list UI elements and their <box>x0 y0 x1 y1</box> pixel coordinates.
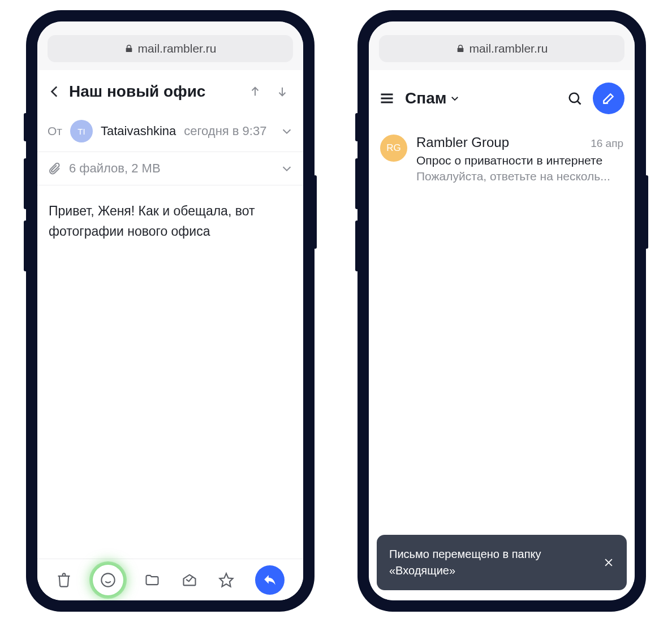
phone-frame-left: mail.rambler.ru Наш новый офис От TI Tat… <box>27 11 313 611</box>
reply-icon <box>262 573 277 587</box>
mail-preview: Пожалуйста, ответьте на несколь... <box>416 170 623 183</box>
email-body: Привет, Женя! Как и обещала, вот фотогра… <box>37 185 303 257</box>
attachments-row[interactable]: 6 файлов, 2 MB <box>37 152 303 185</box>
browser-chrome: mail.rambler.ru <box>369 21 635 70</box>
phone-frame-right: mail.rambler.ru Спам RG Ra <box>359 11 645 611</box>
reaction-button[interactable] <box>93 565 123 595</box>
folder-header: Спам <box>369 70 635 124</box>
svg-point-9 <box>570 93 579 102</box>
prev-email-button[interactable] <box>249 85 261 98</box>
back-button[interactable] <box>48 84 62 99</box>
mail-list-item[interactable]: RG Rambler Group 16 апр Опрос о приватно… <box>369 124 635 191</box>
folder-name: Спам <box>405 89 446 107</box>
folder-selector[interactable]: Спам <box>405 89 460 107</box>
browser-chrome: mail.rambler.ru <box>37 21 303 70</box>
screen-left: mail.rambler.ru Наш новый офис От TI Tat… <box>37 21 303 600</box>
pencil-icon <box>601 91 616 106</box>
from-label: От <box>48 124 62 138</box>
screen-right: mail.rambler.ru Спам RG Ra <box>369 21 635 600</box>
svg-marker-5 <box>219 573 232 586</box>
email-subject: Наш новый офис <box>69 83 242 101</box>
chevron-down-icon[interactable] <box>281 162 293 175</box>
reply-button[interactable] <box>255 565 285 595</box>
svg-point-2 <box>101 573 114 586</box>
toast-notification: Письмо перемещено в папку «Входящие» <box>377 535 627 590</box>
mail-date: 16 апр <box>591 137 623 150</box>
url-text: mail.rambler.ru <box>138 42 217 55</box>
move-to-folder-button[interactable] <box>144 572 160 588</box>
svg-line-10 <box>578 101 580 104</box>
delete-button[interactable] <box>56 572 72 588</box>
mail-avatar: RG <box>380 135 407 162</box>
toast-close-button[interactable] <box>603 557 614 568</box>
mail-sender: Rambler Group <box>416 135 509 150</box>
sender-row[interactable]: От TI Tataivashkina сегодня в 9:37 <box>37 111 303 152</box>
chevron-down-icon[interactable] <box>281 125 293 137</box>
address-bar[interactable]: mail.rambler.ru <box>379 35 624 62</box>
lock-icon <box>456 44 465 53</box>
sender-time: сегодня в 9:37 <box>184 124 266 139</box>
paperclip-icon <box>48 162 61 175</box>
attachments-text: 6 файлов, 2 MB <box>69 161 273 176</box>
mail-subject: Опрос о приватности в интернете <box>416 154 623 167</box>
star-button[interactable] <box>218 572 234 588</box>
next-email-button[interactable] <box>276 85 288 98</box>
compose-button[interactable] <box>593 83 624 114</box>
chevron-down-icon <box>450 93 460 103</box>
sender-avatar: TI <box>70 120 93 142</box>
toast-text: Письмо перемещено в папку «Входящие» <box>389 546 594 579</box>
search-button[interactable] <box>567 90 583 106</box>
mark-read-button[interactable] <box>182 572 197 588</box>
menu-button[interactable] <box>379 90 395 106</box>
email-header: Наш новый офис <box>37 70 303 111</box>
url-text: mail.rambler.ru <box>469 42 548 55</box>
smiley-icon <box>100 572 116 588</box>
sender-name: Tataivashkina <box>101 124 176 139</box>
address-bar[interactable]: mail.rambler.ru <box>48 35 293 62</box>
bottom-toolbar <box>37 559 303 600</box>
lock-icon <box>124 44 133 53</box>
